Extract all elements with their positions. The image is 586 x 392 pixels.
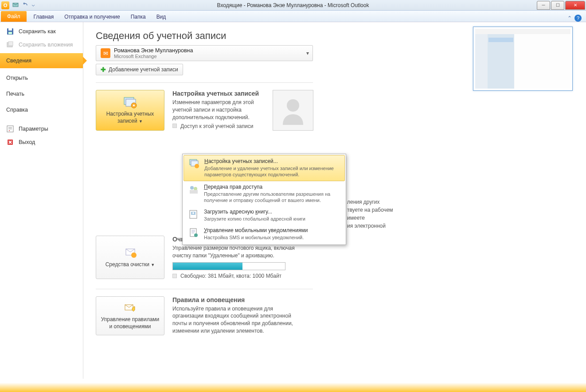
divider	[96, 82, 313, 83]
svg-point-14	[133, 105, 135, 106]
plus-icon: ✚	[101, 66, 106, 73]
access-bullet: Доступ к этой учетной записи	[172, 123, 261, 130]
menu-account-settings[interactable]: Настройка учетных записей... Добавление …	[184, 155, 345, 181]
sidebar-options[interactable]: Параметры	[0, 122, 83, 136]
svg-point-23	[194, 187, 197, 190]
sidebar-item-label: Печать	[6, 91, 24, 97]
sidebar-item-label: Открыть	[6, 75, 28, 81]
qat-undo-icon[interactable]	[22, 2, 29, 9]
rules-alerts-button[interactable]: Управление правилами и оповещениями	[96, 296, 164, 335]
sidebar-item-label: Параметры	[19, 126, 48, 132]
account-settings-button[interactable]: Настройка учетных записей ▼	[96, 90, 164, 131]
save-icon	[6, 27, 14, 35]
menu-title: Настройка учетных записей...	[204, 158, 340, 164]
svg-point-15	[287, 99, 299, 112]
close-button[interactable]: ✕	[565, 1, 585, 10]
tab-file[interactable]: Файл	[1, 11, 27, 22]
sidebar-item-label: Выход	[19, 139, 35, 145]
add-account-label: Добавление учетной записи	[109, 66, 178, 73]
partial-text: ления других твуете на рабочем имеете ия…	[347, 198, 393, 230]
menu-download-addressbook[interactable]: Загрузить адресную книгу... Загрузите ко…	[184, 206, 345, 225]
svg-point-9	[9, 130, 10, 131]
account-type: Microsoft Exchange	[114, 54, 193, 59]
outlook-icon: O	[1, 1, 9, 9]
tab-home[interactable]: Главная	[28, 12, 59, 22]
divider	[96, 289, 313, 289]
window-title: Входящие - Романова Энзе Муллануровна - …	[217, 2, 369, 8]
account-settings-icon	[122, 96, 138, 109]
button-label: Средства очистки ▼	[105, 261, 155, 268]
backstage-sidebar: Сохранить как Сохранить вложения Сведени…	[0, 22, 83, 392]
svg-rect-24	[190, 190, 198, 194]
account-settings-icon	[188, 158, 200, 170]
minimize-ribbon-icon[interactable]: ⌃	[567, 15, 572, 21]
section-title: Настройка учетных записей	[172, 90, 261, 97]
menu-desc: Настройка SMS и мобильных уведомлений.	[204, 234, 308, 241]
svg-rect-5	[8, 42, 13, 46]
tab-send-receive[interactable]: Отправка и получение	[59, 12, 125, 22]
svg-point-32	[194, 233, 198, 237]
delegate-icon	[188, 184, 199, 195]
tab-folder[interactable]: Папка	[125, 12, 151, 22]
sidebar-exit[interactable]: Выход	[0, 136, 83, 149]
ribbon-tabs: Файл Главная Отправка и получение Папка …	[0, 11, 586, 22]
menu-desc: Добавление и удаление учетных записей ил…	[204, 165, 340, 178]
addressbook-icon	[188, 209, 199, 220]
help-icon[interactable]: ?	[574, 15, 582, 22]
title-bar: O Входящие - Романова Энзе Муллануровна …	[0, 0, 586, 11]
sidebar-open[interactable]: Открыть	[0, 70, 83, 86]
menu-mobile-notifications[interactable]: Управление мобильными уведомлениями Наст…	[184, 225, 345, 243]
sidebar-print[interactable]: Печать	[0, 86, 83, 102]
svg-point-17	[131, 252, 137, 258]
exit-icon	[6, 138, 14, 146]
account-selector[interactable]: ✉ Романова Энзе Муллануровна Microsoft E…	[96, 45, 313, 61]
attachment-icon	[6, 41, 14, 49]
section-title: Правила и оповещения	[172, 296, 305, 303]
cleanup-tools-button[interactable]: Средства очистки ▼	[96, 236, 164, 279]
qat-dropdown-icon[interactable]	[31, 2, 35, 9]
button-label: Настройка учетных записей ▼	[100, 111, 160, 124]
sidebar-info[interactable]: Сведения	[0, 53, 83, 68]
options-icon	[6, 125, 14, 133]
tab-view[interactable]: Вид	[151, 12, 172, 22]
sidebar-save-attachments: Сохранить вложения	[0, 38, 83, 51]
account-name: Романова Энзе Муллануровна	[114, 47, 193, 54]
print-preview-thumbnail	[473, 27, 573, 91]
menu-title: Загрузить адресную книгу...	[204, 209, 305, 215]
svg-point-21	[195, 164, 199, 168]
svg-point-22	[190, 186, 194, 190]
section-desc: Изменение параметров для этой учетной за…	[172, 99, 261, 121]
svg-rect-2	[8, 28, 12, 31]
mobile-icon	[188, 227, 199, 239]
menu-title: Передача прав доступа	[204, 184, 340, 190]
menu-title: Управление мобильными уведомлениями	[204, 227, 308, 233]
menu-delegate-access[interactable]: Передача прав доступа Предоставление дру…	[184, 181, 345, 206]
backstage-content: Сведения об учетной записи ✉ Романова Эн…	[83, 22, 586, 392]
rules-icon	[122, 301, 138, 314]
add-account-button[interactable]: ✚ Добавление учетной записи	[96, 64, 183, 75]
brand-gradient	[0, 379, 586, 392]
svg-rect-3	[8, 32, 12, 34]
account-settings-menu: Настройка учетных записей... Добавление …	[182, 154, 346, 245]
svg-point-27	[192, 212, 194, 214]
user-avatar	[273, 90, 313, 131]
minimize-button[interactable]: ─	[537, 1, 550, 10]
sidebar-save-as[interactable]: Сохранить как	[0, 25, 83, 38]
section-desc: Используйте правила и оповещения для орг…	[172, 305, 305, 335]
sidebar-item-label: Сохранить как	[19, 28, 56, 35]
maximize-button[interactable]: ☐	[551, 1, 564, 10]
menu-desc: Загрузите копию глобальной адресной книг…	[204, 216, 305, 222]
cleanup-icon	[122, 246, 138, 260]
sidebar-help[interactable]: Справка	[0, 102, 83, 118]
section-desc: Управление размером почтового ящика, вкл…	[172, 245, 301, 260]
sidebar-item-label: Сохранить вложения	[19, 42, 73, 48]
qat-send-receive-icon[interactable]	[12, 2, 19, 9]
chevron-down-icon: ▾	[306, 50, 309, 56]
menu-desc: Предоставление другим пользователям разр…	[204, 191, 340, 204]
quota-label: Свободно: 381 Мбайт, квота: 1000 Мбайт	[172, 273, 301, 279]
quick-access-toolbar	[12, 2, 35, 9]
sidebar-item-label: Сведения	[6, 58, 31, 64]
exchange-icon: ✉	[101, 48, 110, 58]
quota-progress	[172, 262, 285, 270]
button-label: Управление правилами и оповещениями	[100, 316, 160, 330]
